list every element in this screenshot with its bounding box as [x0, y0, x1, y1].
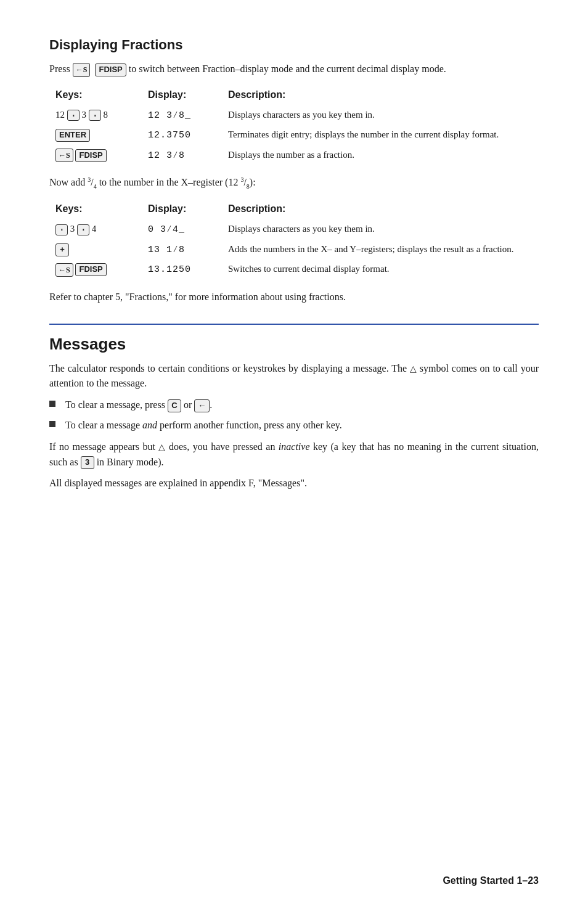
- table-row: 12 ⋅ 3 ⋅ 8 12 3∕8_ Displays characters a…: [49, 105, 539, 126]
- table-row: ENTER 12.3750 Terminates digit entry; di…: [49, 125, 539, 145]
- table2-row3-desc: Switches to current decimal display form…: [222, 259, 539, 280]
- c-key: C: [168, 399, 181, 412]
- warning-icon: △: [410, 362, 417, 376]
- section1-intro: Press ←S FDISP to switch between Fractio…: [49, 62, 539, 77]
- warning-icon2: △: [158, 441, 165, 454]
- table2-header-keys: Keys:: [49, 201, 142, 219]
- back-key: ←: [194, 399, 210, 412]
- table1-header-keys: Keys:: [49, 87, 142, 105]
- table1: Keys: Display: Description: 12 ⋅ 3 ⋅ 8 1…: [49, 87, 539, 166]
- page-footer: Getting Started 1–23: [443, 875, 539, 886]
- bullet1-text: To clear a message, press C or ←.: [65, 398, 212, 413]
- left-shift-key3: ←S: [55, 263, 73, 277]
- refer-text: Refer to chapter 5, "Fractions," for mor…: [49, 290, 539, 305]
- bullet2-text: To clear a message and perform another f…: [65, 418, 342, 433]
- table1-row1-display: 12 3∕8_: [142, 105, 222, 126]
- table1-row1-keys: 12 ⋅ 3 ⋅ 8: [49, 105, 142, 126]
- table1-header-desc: Description:: [222, 87, 539, 105]
- dot-key3: ⋅: [55, 224, 68, 235]
- table2-row2-desc: Adds the numbers in the X– and Y–registe…: [222, 240, 539, 260]
- table2-row2-display: 13 1∕8: [142, 240, 222, 260]
- dot-key4: ⋅: [77, 224, 89, 235]
- table1-row3-keys: ←S FDISP: [49, 145, 142, 166]
- left-shift-key2: ←S: [55, 149, 73, 162]
- bullet-icon2: [49, 421, 55, 427]
- table1-row3-desc: Displays the number as a fraction.: [222, 145, 539, 166]
- table2: Keys: Display: Description: ⋅ 3 ⋅ 4 0 3∕…: [49, 201, 539, 280]
- three-key: 3: [81, 456, 94, 469]
- list-item: To clear a message and perform another f…: [49, 418, 539, 433]
- section2-para3: All displayed messages are explained in …: [49, 476, 539, 491]
- table2-row3-display: 13.1250: [142, 259, 222, 280]
- list-item: To clear a message, press C or ←.: [49, 398, 539, 413]
- table1-row3-display: 12 3∕8: [142, 145, 222, 166]
- table2-row1-keys: ⋅ 3 ⋅ 4: [49, 219, 142, 240]
- table1-row2-desc: Terminates digit entry; displays the num…: [222, 125, 539, 145]
- section2-intro: The calculator responds to certain condi…: [49, 361, 539, 392]
- fdisp-key3: FDISP: [75, 263, 106, 276]
- table2-row1-desc: Displays characters as you key them in.: [222, 219, 539, 240]
- bullet-icon: [49, 401, 55, 407]
- section-divider: [49, 324, 539, 325]
- table1-header-display: Display:: [142, 87, 222, 105]
- table2-row3-keys: ←S FDISP: [49, 259, 142, 280]
- table-row: + 13 1∕8 Adds the numbers in the X– and …: [49, 240, 539, 260]
- bullet-list: To clear a message, press C or ←. To cle…: [49, 398, 539, 433]
- fdisp-key2: FDISP: [75, 149, 106, 162]
- table-row: ←S FDISP 13.1250 Switches to current dec…: [49, 259, 539, 280]
- now-add-text: Now add 3/4 to the number in the X–regis…: [49, 175, 539, 191]
- section1-title: Displaying Fractions: [49, 37, 539, 53]
- footer-text: Getting Started 1–23: [443, 875, 539, 886]
- table1-row2-keys: ENTER: [49, 125, 142, 145]
- dot-key2: ⋅: [89, 110, 101, 121]
- table2-header-display: Display:: [142, 201, 222, 219]
- enter-key: ENTER: [55, 129, 90, 142]
- table-row: ⋅ 3 ⋅ 4 0 3∕4_ Displays characters as yo…: [49, 219, 539, 240]
- table1-row2-display: 12.3750: [142, 125, 222, 145]
- plus-key: +: [55, 243, 69, 256]
- table1-row1-desc: Displays characters as you key them in.: [222, 105, 539, 126]
- fdisp-key: FDISP: [95, 63, 126, 76]
- section2-title: Messages: [49, 335, 539, 354]
- table-row: ←S FDISP 12 3∕8 Displays the number as a…: [49, 145, 539, 166]
- table2-row2-keys: +: [49, 240, 142, 260]
- left-shift-key: ←S: [73, 63, 91, 77]
- dot-key1: ⋅: [67, 110, 80, 121]
- table2-row1-display: 0 3∕4_: [142, 219, 222, 240]
- section2-para2: If no message appears but △ does, you ha…: [49, 439, 539, 470]
- table2-header-desc: Description:: [222, 201, 539, 219]
